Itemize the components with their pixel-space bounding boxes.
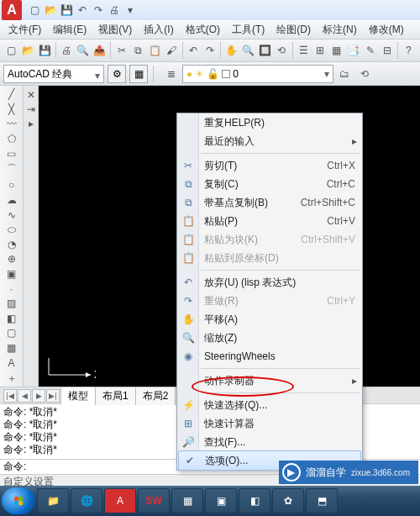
layer-select[interactable]: ● ☀ 🔓 0	[182, 65, 333, 83]
publish-icon[interactable]: 📤	[92, 41, 108, 60]
zoomprev-icon[interactable]: ⟲	[274, 41, 290, 60]
menu-item[interactable]: 最近的输入	[177, 132, 362, 150]
task-explorer-icon[interactable]: 📁	[37, 488, 69, 513]
menu-draw[interactable]: 绘图(D)	[271, 21, 316, 39]
workspace-settings-icon[interactable]: ⚙	[108, 65, 126, 83]
layer-manager-icon[interactable]: ≣	[162, 65, 181, 83]
ellipsearc-icon[interactable]: ◔	[3, 237, 21, 251]
mtext-icon[interactable]: A	[3, 355, 21, 370]
qat-new-icon[interactable]: ▢	[27, 3, 42, 18]
menu-item[interactable]: ✋平移(A)	[177, 310, 362, 329]
block-icon[interactable]: ▣	[3, 267, 21, 282]
point-icon[interactable]: ·	[3, 282, 21, 296]
task-autocad-icon[interactable]: A	[104, 488, 136, 513]
task-app2-icon[interactable]: ▣	[205, 488, 237, 513]
pan-icon[interactable]: ✋	[223, 41, 239, 60]
tab-next-icon[interactable]: ▶	[32, 389, 45, 403]
circle-icon[interactable]: ○	[3, 178, 21, 192]
hatch-icon[interactable]: ▨	[3, 297, 21, 311]
paste-icon[interactable]: 📋	[147, 41, 163, 60]
polygon-icon[interactable]: ⬠	[3, 132, 21, 146]
start-button[interactable]	[2, 487, 35, 514]
menu-item[interactable]: 重复HELP(R)	[177, 113, 362, 132]
qat-print-icon[interactable]: 🖨	[107, 3, 122, 18]
menu-item[interactable]: ⚡快速选择(Q)...	[177, 396, 362, 414]
task-app1-icon[interactable]: ▦	[171, 488, 203, 513]
qat-undo-icon[interactable]: ↶	[75, 3, 90, 18]
tab-layout1[interactable]: 布局1	[95, 387, 136, 405]
ellipse-icon[interactable]: ⬭	[3, 223, 21, 237]
qat-dropdown-icon[interactable]: ▾	[123, 3, 138, 18]
open-icon[interactable]: 📂	[20, 41, 36, 60]
tab-prev-icon[interactable]: ◀	[18, 389, 31, 403]
menu-item[interactable]: 🔍缩放(Z)	[177, 329, 362, 347]
copy-icon[interactable]: ⧉	[130, 41, 146, 60]
tab-layout2[interactable]: 布局2	[135, 387, 176, 405]
task-solidworks-icon[interactable]: SW	[138, 488, 170, 513]
tab-last-icon[interactable]: ▶|	[46, 389, 60, 403]
zoomwin-icon[interactable]: 🔲	[257, 41, 273, 60]
region-icon[interactable]: ▢	[3, 326, 21, 340]
menu-tools[interactable]: 工具(T)	[227, 21, 270, 39]
menu-modify[interactable]: 修改(M)	[364, 21, 409, 39]
menu-edit[interactable]: 编辑(E)	[48, 21, 92, 39]
print-icon[interactable]: 🖨	[59, 41, 75, 60]
polyline-icon[interactable]: 〰	[3, 117, 21, 131]
menu-item[interactable]: 📋粘贴(P)Ctrl+V	[177, 212, 362, 230]
markup-icon[interactable]: ✎	[362, 41, 378, 60]
help-icon[interactable]: ?	[401, 41, 417, 60]
xline-icon[interactable]: ╳	[3, 103, 21, 117]
properties-icon[interactable]: ☰	[296, 41, 312, 60]
menu-insert[interactable]: 插入(I)	[139, 21, 178, 39]
matchprop-icon[interactable]: 🖌	[164, 41, 180, 60]
sheetset-icon[interactable]: 📑	[345, 41, 361, 60]
designcenter-icon[interactable]: ⊞	[312, 41, 328, 60]
spline-icon[interactable]: ∿	[3, 208, 21, 222]
menu-dimension[interactable]: 标注(N)	[318, 21, 362, 39]
menu-file[interactable]: 文件(F)	[3, 21, 46, 39]
calc-icon[interactable]: ⊟	[379, 41, 395, 60]
menu-item[interactable]: ⧉带基点复制(B)Ctrl+Shift+C	[177, 193, 362, 212]
menu-item[interactable]: ✂剪切(T)Ctrl+X	[177, 156, 362, 175]
redo-icon[interactable]: ↷	[202, 41, 218, 60]
table-icon[interactable]: ▦	[3, 341, 21, 355]
save-icon[interactable]: 💾	[37, 41, 53, 60]
tab-first-icon[interactable]: |◀	[3, 389, 17, 403]
close-icon[interactable]: ✕	[27, 89, 35, 101]
cut-icon[interactable]: ✂	[113, 41, 129, 60]
qat-redo-icon[interactable]: ↷	[91, 3, 106, 18]
revcloud-icon[interactable]: ☁	[3, 193, 21, 208]
workspace-select[interactable]: AutoCAD 经典	[3, 65, 104, 83]
menu-item[interactable]: ↶放弃(U) (lisp 表达式)	[177, 273, 362, 292]
tab-model[interactable]: 模型	[60, 387, 96, 405]
task-app5-icon[interactable]: ⬒	[306, 488, 338, 513]
task-app3-icon[interactable]: ◧	[239, 488, 270, 513]
toolpalettes-icon[interactable]: ▦	[329, 41, 345, 60]
rectangle-icon[interactable]: ▭	[3, 146, 21, 161]
undo-icon[interactable]: ↶	[186, 41, 202, 60]
workspace-switch-icon[interactable]: ▦	[129, 65, 148, 83]
insert-icon[interactable]: ⊕	[3, 252, 21, 266]
menu-item[interactable]: ⧉复制(C)Ctrl+C	[177, 175, 362, 193]
task-browser-icon[interactable]: 🌐	[71, 488, 102, 513]
task-app4-icon[interactable]: ✿	[272, 488, 304, 513]
arc-icon[interactable]: ⌒	[3, 161, 21, 177]
palette-header[interactable]: ✕ ⇥ ▸	[24, 86, 39, 387]
preview-icon[interactable]: 🔍	[75, 41, 91, 60]
line-icon[interactable]: ╱	[3, 87, 21, 102]
menu-item[interactable]: ⊞快速计算器	[177, 414, 362, 433]
new-icon[interactable]: ▢	[3, 41, 19, 60]
menu-item[interactable]: 🔎查找(F)...	[177, 433, 362, 451]
qat-open-icon[interactable]: 📂	[43, 3, 58, 18]
zoom-icon[interactable]: 🔍	[240, 41, 256, 60]
menu-item[interactable]: 动作录制器	[177, 371, 362, 390]
menu-icon[interactable]: ▸	[29, 118, 34, 129]
menu-format[interactable]: 格式(O)	[181, 21, 225, 39]
menu-item[interactable]: ◉SteeringWheels	[177, 347, 362, 366]
addselected-icon[interactable]: ＋	[3, 371, 21, 387]
gradient-icon[interactable]: ◧	[3, 312, 21, 326]
layer-states-icon[interactable]: 🗂	[335, 65, 354, 83]
qat-save-icon[interactable]: 💾	[59, 3, 74, 18]
menu-view[interactable]: 视图(V)	[93, 21, 137, 39]
layer-prev-icon[interactable]: ⟲	[355, 65, 374, 83]
